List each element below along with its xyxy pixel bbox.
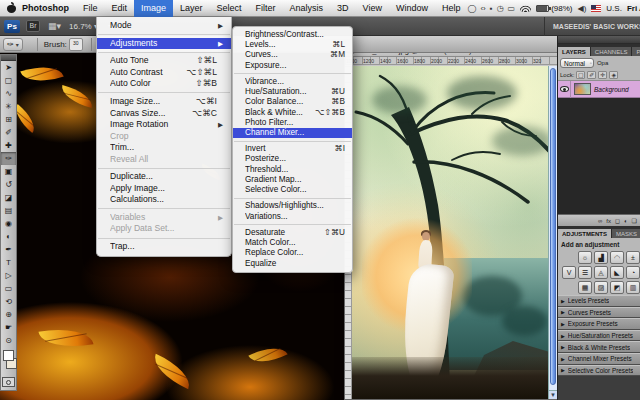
brush-preset-picker[interactable]: 30 xyxy=(69,38,83,51)
tool-button[interactable]: ▣ xyxy=(1,165,16,178)
tool-button[interactable]: ➤ xyxy=(1,61,16,74)
tool-button[interactable]: ⊕ xyxy=(1,308,16,321)
workspace-switcher[interactable]: MASEEDIS' BASIC WORKS xyxy=(544,17,640,36)
menu-item[interactable]: Calculations... xyxy=(97,194,231,206)
layer-thumbnail[interactable] xyxy=(574,83,591,95)
disclosure-triangle-icon[interactable]: ▶ xyxy=(561,321,565,327)
tool-button[interactable]: T xyxy=(1,256,16,269)
adjustment-icon[interactable]: ▦ xyxy=(578,281,592,294)
menu-bar-item[interactable]: File xyxy=(76,0,105,17)
tool-button[interactable]: ▢ xyxy=(1,74,16,87)
lock-icon[interactable]: ✛ xyxy=(598,71,607,79)
wifi-icon[interactable] xyxy=(520,4,531,12)
menu-bar-item[interactable]: Photoshop xyxy=(15,0,76,17)
menu-bar-item[interactable]: 3D xyxy=(330,0,356,17)
menu-bar-item[interactable]: Select xyxy=(210,0,249,17)
menu-bar-item[interactable]: Filter xyxy=(249,0,283,17)
menu-item[interactable]: Canvas Size... ⌥⌘C xyxy=(97,108,231,120)
submenu-item[interactable]: Photo Filter... xyxy=(233,118,352,128)
adjustment-icon[interactable]: ▥ xyxy=(626,281,640,294)
disclosure-triangle-icon[interactable]: ▶ xyxy=(561,298,565,304)
menu-item[interactable] xyxy=(98,92,230,93)
adjustment-icon[interactable]: ◩ xyxy=(610,281,624,294)
tool-button[interactable]: ✒ xyxy=(1,243,16,256)
menu-item[interactable]: Duplicate... xyxy=(97,171,231,183)
layers-footer-icon[interactable]: ∞ xyxy=(598,218,602,224)
preset-row[interactable]: ▶ Selective Color Presets xyxy=(558,365,640,377)
tool-button[interactable]: ⟲ xyxy=(1,295,16,308)
menu-item[interactable]: Mode ▶ xyxy=(97,20,231,32)
adjustment-icon[interactable]: ☰ xyxy=(578,266,592,279)
menu-item[interactable]: Apply Data Set... xyxy=(97,223,231,235)
input-source-label[interactable]: U.S. xyxy=(606,4,622,13)
submenu-item[interactable]: Vibrance... xyxy=(233,77,352,87)
tool-button[interactable]: ↺ xyxy=(1,178,16,191)
menu-item[interactable]: Image Size... ⌥⌘I xyxy=(97,96,231,108)
menu-extra-icon[interactable]: ‹› xyxy=(480,4,485,13)
submenu-item[interactable]: Exposure... xyxy=(233,61,352,71)
foreground-color-swatch[interactable] xyxy=(3,350,14,361)
submenu-item[interactable] xyxy=(234,141,351,142)
menu-bar-item[interactable]: Layer xyxy=(173,0,210,17)
lock-icon[interactable]: ✐ xyxy=(587,71,596,79)
menu-item[interactable]: Apply Image... xyxy=(97,183,231,195)
disclosure-triangle-icon[interactable]: ▶ xyxy=(561,333,565,339)
panel-tab[interactable]: PATHS xyxy=(632,47,640,56)
submenu-item[interactable]: Channel Mixer... xyxy=(233,128,352,138)
preset-row[interactable]: ▶ Exposure Presets xyxy=(558,318,640,330)
submenu-item[interactable]: Equalize xyxy=(233,259,352,269)
tool-button[interactable]: ✐ xyxy=(1,126,16,139)
submenu-item[interactable]: Gradient Map... xyxy=(233,175,352,185)
menu-extra-icon[interactable]: ▪ xyxy=(490,4,493,13)
submenu-item[interactable]: Threshold... xyxy=(233,165,352,175)
zoom-level-dropdown[interactable]: 16.7% ▾ xyxy=(69,22,98,31)
tool-button[interactable]: ☛ xyxy=(1,321,16,334)
tool-button[interactable]: ✚ xyxy=(1,139,16,152)
submenu-item[interactable]: Variations... xyxy=(233,212,352,222)
submenu-item[interactable]: Match Color... xyxy=(233,238,352,248)
menu-item[interactable]: Reveal All xyxy=(97,154,231,166)
menu-item[interactable]: Trim... xyxy=(97,142,231,154)
tool-button[interactable]: ⊞ xyxy=(1,113,16,126)
submenu-item[interactable] xyxy=(234,224,351,225)
submenu-item[interactable]: Curves... ⌘M xyxy=(233,50,352,60)
tool-button[interactable]: ✳ xyxy=(1,100,16,113)
lock-icon[interactable]: ▢ xyxy=(576,71,585,79)
layers-footer-icon[interactable]: ❏ xyxy=(632,217,637,224)
scrollbar-thumb[interactable] xyxy=(550,68,556,385)
menu-bar-item[interactable]: View xyxy=(356,0,389,17)
panel-tab[interactable]: ADJUSTMENTS xyxy=(558,229,612,238)
submenu-item[interactable]: Invert ⌘I xyxy=(233,144,352,154)
lock-icon[interactable]: ◈ xyxy=(609,71,618,79)
tool-button[interactable]: ▤ xyxy=(1,204,16,217)
tool-button[interactable]: ▭ xyxy=(1,282,16,295)
submenu-item[interactable] xyxy=(234,198,351,199)
adjustment-icon[interactable]: ☼ xyxy=(578,251,592,264)
submenu-item[interactable]: Color Balance... ⌘B xyxy=(233,97,352,107)
menu-item[interactable]: Trap... xyxy=(97,241,231,253)
menu-item[interactable] xyxy=(98,168,230,169)
battery-indicator[interactable]: (98%) xyxy=(536,4,572,13)
blend-mode-dropdown[interactable]: Normal xyxy=(560,58,594,68)
disclosure-triangle-icon[interactable]: ▶ xyxy=(561,309,565,315)
menu-bar-item[interactable]: Help xyxy=(435,0,468,17)
adjustment-icon[interactable]: ◬ xyxy=(594,266,608,279)
layers-footer-icon[interactable]: ◐ xyxy=(624,218,628,224)
menu-bar-item[interactable]: Window xyxy=(389,0,435,17)
panel-tab[interactable]: MASKS xyxy=(612,229,640,238)
tool-button[interactable]: ▷ xyxy=(1,269,16,282)
menu-item[interactable] xyxy=(98,52,230,53)
submenu-item[interactable]: Desaturate ⇧⌘U xyxy=(233,228,352,238)
submenu-item[interactable]: Replace Color... xyxy=(233,248,352,258)
image-canvas[interactable] xyxy=(352,66,548,399)
menu-item[interactable]: Crop xyxy=(97,131,231,143)
preset-row[interactable]: ▶ Curves Presets xyxy=(558,307,640,319)
disclosure-triangle-icon[interactable]: ▶ xyxy=(561,344,565,350)
submenu-item[interactable]: Selective Color... xyxy=(233,185,352,195)
visibility-cell[interactable] xyxy=(558,81,571,98)
menu-item[interactable]: Variables ▶ xyxy=(97,212,231,224)
scrollbar-down-arrow[interactable]: ▼ xyxy=(549,390,557,399)
submenu-item[interactable]: Posterize... xyxy=(233,154,352,164)
tool-button[interactable]: ∿ xyxy=(1,87,16,100)
layer-row-background[interactable]: Background xyxy=(558,81,640,98)
